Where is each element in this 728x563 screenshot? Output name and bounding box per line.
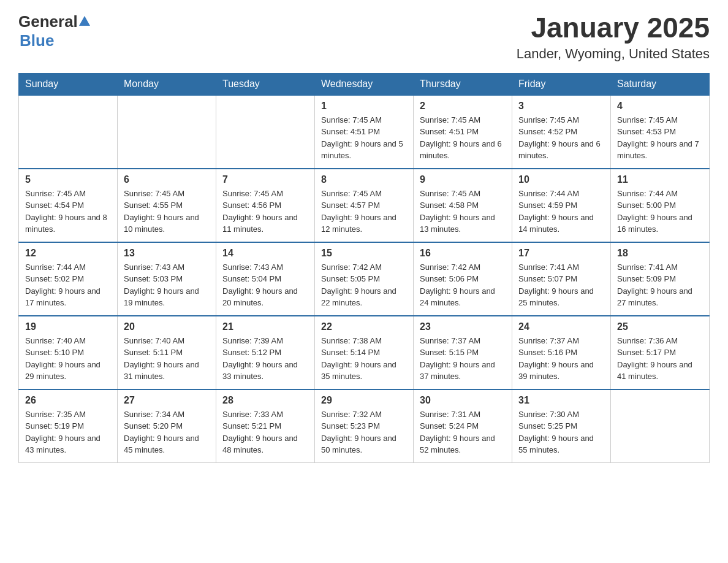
day-info: Sunrise: 7:45 AM Sunset: 4:53 PM Dayligh… [617, 114, 703, 162]
day-info: Sunrise: 7:43 AM Sunset: 5:03 PM Dayligh… [124, 261, 210, 309]
day-info: Sunrise: 7:45 AM Sunset: 4:55 PM Dayligh… [124, 188, 210, 236]
table-row: 9Sunrise: 7:45 AM Sunset: 4:58 PM Daylig… [414, 169, 512, 242]
header-wednesday: Wednesday [315, 73, 414, 95]
calendar-week-row: 19Sunrise: 7:40 AM Sunset: 5:10 PM Dayli… [19, 316, 710, 389]
day-info: Sunrise: 7:44 AM Sunset: 4:59 PM Dayligh… [518, 188, 604, 236]
calendar-week-row: 5Sunrise: 7:45 AM Sunset: 4:54 PM Daylig… [19, 169, 710, 242]
logo-general-text: General [18, 12, 78, 31]
day-info: Sunrise: 7:41 AM Sunset: 5:07 PM Dayligh… [518, 261, 604, 309]
table-row: 15Sunrise: 7:42 AM Sunset: 5:05 PM Dayli… [315, 242, 414, 316]
table-row: 7Sunrise: 7:45 AM Sunset: 4:56 PM Daylig… [216, 169, 315, 242]
table-row: 18Sunrise: 7:41 AM Sunset: 5:09 PM Dayli… [611, 242, 710, 316]
header-friday: Friday [512, 73, 611, 95]
table-row: 10Sunrise: 7:44 AM Sunset: 4:59 PM Dayli… [512, 169, 611, 242]
day-info: Sunrise: 7:36 AM Sunset: 5:17 PM Dayligh… [617, 335, 703, 383]
calendar-table: Sunday Monday Tuesday Wednesday Thursday… [18, 73, 710, 464]
day-info: Sunrise: 7:40 AM Sunset: 5:10 PM Dayligh… [25, 335, 111, 383]
day-info: Sunrise: 7:38 AM Sunset: 5:14 PM Dayligh… [321, 335, 407, 383]
logo-blue-text: Blue [20, 31, 54, 50]
day-number: 7 [222, 174, 308, 185]
table-row [611, 389, 710, 463]
day-number: 4 [617, 101, 703, 112]
day-number: 19 [25, 321, 111, 332]
day-number: 10 [518, 174, 604, 185]
table-row: 23Sunrise: 7:37 AM Sunset: 5:15 PM Dayli… [414, 316, 512, 389]
day-number: 31 [518, 395, 604, 406]
table-row: 27Sunrise: 7:34 AM Sunset: 5:20 PM Dayli… [118, 389, 216, 463]
day-number: 6 [124, 174, 210, 185]
table-row: 16Sunrise: 7:42 AM Sunset: 5:06 PM Dayli… [414, 242, 512, 316]
header-saturday: Saturday [611, 73, 710, 95]
day-info: Sunrise: 7:31 AM Sunset: 5:24 PM Dayligh… [420, 408, 506, 456]
day-info: Sunrise: 7:45 AM Sunset: 4:58 PM Dayligh… [420, 188, 506, 236]
day-number: 2 [420, 101, 506, 112]
day-number: 5 [25, 174, 111, 185]
day-info: Sunrise: 7:45 AM Sunset: 4:52 PM Dayligh… [518, 114, 604, 162]
calendar-header-row: Sunday Monday Tuesday Wednesday Thursday… [19, 73, 710, 95]
table-row [216, 95, 315, 169]
day-info: Sunrise: 7:32 AM Sunset: 5:23 PM Dayligh… [321, 408, 407, 456]
calendar-week-row: 1Sunrise: 7:45 AM Sunset: 4:51 PM Daylig… [19, 95, 710, 169]
calendar-week-row: 12Sunrise: 7:44 AM Sunset: 5:02 PM Dayli… [19, 242, 710, 316]
day-number: 20 [124, 321, 210, 332]
table-row: 6Sunrise: 7:45 AM Sunset: 4:55 PM Daylig… [118, 169, 216, 242]
table-row: 1Sunrise: 7:45 AM Sunset: 4:51 PM Daylig… [315, 95, 414, 169]
day-number: 24 [518, 321, 604, 332]
day-info: Sunrise: 7:39 AM Sunset: 5:12 PM Dayligh… [222, 335, 308, 383]
day-number: 28 [222, 395, 308, 406]
header-thursday: Thursday [414, 73, 512, 95]
table-row: 5Sunrise: 7:45 AM Sunset: 4:54 PM Daylig… [19, 169, 118, 242]
header-monday: Monday [118, 73, 216, 95]
table-row: 22Sunrise: 7:38 AM Sunset: 5:14 PM Dayli… [315, 316, 414, 389]
day-info: Sunrise: 7:45 AM Sunset: 4:57 PM Dayligh… [321, 188, 407, 236]
day-number: 1 [321, 101, 407, 112]
table-row: 11Sunrise: 7:44 AM Sunset: 5:00 PM Dayli… [611, 169, 710, 242]
table-row: 29Sunrise: 7:32 AM Sunset: 5:23 PM Dayli… [315, 389, 414, 463]
header-sunday: Sunday [19, 73, 118, 95]
table-row: 20Sunrise: 7:40 AM Sunset: 5:11 PM Dayli… [118, 316, 216, 389]
table-row: 4Sunrise: 7:45 AM Sunset: 4:53 PM Daylig… [611, 95, 710, 169]
table-row: 24Sunrise: 7:37 AM Sunset: 5:16 PM Dayli… [512, 316, 611, 389]
table-row: 17Sunrise: 7:41 AM Sunset: 5:07 PM Dayli… [512, 242, 611, 316]
day-info: Sunrise: 7:43 AM Sunset: 5:04 PM Dayligh… [222, 261, 308, 309]
day-info: Sunrise: 7:37 AM Sunset: 5:16 PM Dayligh… [518, 335, 604, 383]
table-row: 28Sunrise: 7:33 AM Sunset: 5:21 PM Dayli… [216, 389, 315, 463]
day-number: 11 [617, 174, 703, 185]
table-row: 8Sunrise: 7:45 AM Sunset: 4:57 PM Daylig… [315, 169, 414, 242]
day-number: 17 [518, 248, 604, 259]
day-info: Sunrise: 7:42 AM Sunset: 5:06 PM Dayligh… [420, 261, 506, 309]
day-info: Sunrise: 7:37 AM Sunset: 5:15 PM Dayligh… [420, 335, 506, 383]
table-row: 26Sunrise: 7:35 AM Sunset: 5:19 PM Dayli… [19, 389, 118, 463]
day-info: Sunrise: 7:33 AM Sunset: 5:21 PM Dayligh… [222, 408, 308, 456]
day-number: 26 [25, 395, 111, 406]
header-tuesday: Tuesday [216, 73, 315, 95]
day-number: 21 [222, 321, 308, 332]
day-info: Sunrise: 7:35 AM Sunset: 5:19 PM Dayligh… [25, 408, 111, 456]
table-row: 14Sunrise: 7:43 AM Sunset: 5:04 PM Dayli… [216, 242, 315, 316]
day-info: Sunrise: 7:30 AM Sunset: 5:25 PM Dayligh… [518, 408, 604, 456]
day-number: 13 [124, 248, 210, 259]
day-info: Sunrise: 7:45 AM Sunset: 4:51 PM Dayligh… [321, 114, 407, 162]
day-number: 12 [25, 248, 111, 259]
page-title: January 2025 [517, 12, 710, 44]
day-info: Sunrise: 7:45 AM Sunset: 4:54 PM Dayligh… [25, 188, 111, 236]
day-info: Sunrise: 7:34 AM Sunset: 5:20 PM Dayligh… [124, 408, 210, 456]
day-number: 27 [124, 395, 210, 406]
calendar-week-row: 26Sunrise: 7:35 AM Sunset: 5:19 PM Dayli… [19, 389, 710, 463]
day-info: Sunrise: 7:45 AM Sunset: 4:56 PM Dayligh… [222, 188, 308, 236]
title-block: January 2025 Lander, Wyoming, United Sta… [517, 12, 710, 62]
day-number: 22 [321, 321, 407, 332]
day-number: 14 [222, 248, 308, 259]
logo-triangle-icon [79, 16, 90, 26]
day-number: 3 [518, 101, 604, 112]
day-number: 23 [420, 321, 506, 332]
day-number: 15 [321, 248, 407, 259]
page-header: General Blue January 2025 Lander, Wyomin… [18, 12, 710, 62]
day-number: 29 [321, 395, 407, 406]
table-row: 31Sunrise: 7:30 AM Sunset: 5:25 PM Dayli… [512, 389, 611, 463]
day-info: Sunrise: 7:44 AM Sunset: 5:00 PM Dayligh… [617, 188, 703, 236]
table-row: 25Sunrise: 7:36 AM Sunset: 5:17 PM Dayli… [611, 316, 710, 389]
table-row: 3Sunrise: 7:45 AM Sunset: 4:52 PM Daylig… [512, 95, 611, 169]
day-info: Sunrise: 7:44 AM Sunset: 5:02 PM Dayligh… [25, 261, 111, 309]
day-number: 18 [617, 248, 703, 259]
